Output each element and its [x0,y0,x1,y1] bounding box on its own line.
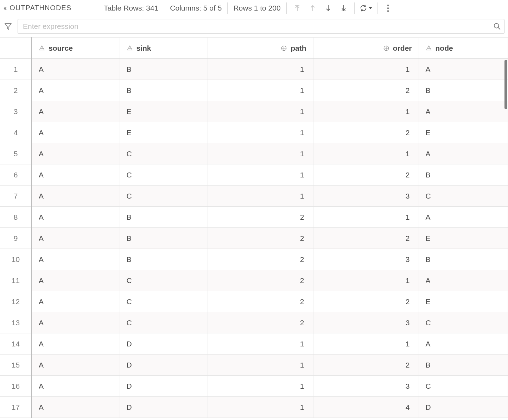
cell-node[interactable]: E [419,122,508,143]
cell-node[interactable]: A [419,101,508,122]
table-row[interactable]: 13AC23C [0,312,508,333]
more-menu-button[interactable]: ⋮ [382,3,394,13]
filter-expression-input[interactable] [18,19,504,34]
cell-sink[interactable]: B [120,59,208,80]
cell-order[interactable]: 3 [313,376,419,397]
go-next-button[interactable] [324,4,332,12]
table-row[interactable]: 12AC22E [0,291,508,312]
table-row[interactable]: 1AB11A [0,59,508,80]
row-number-cell[interactable]: 11 [0,270,32,291]
cell-order[interactable]: 2 [313,291,419,312]
cell-order[interactable]: 1 [313,143,419,164]
cell-order[interactable]: 1 [313,333,419,355]
cell-node[interactable]: E [419,291,508,312]
cell-sink[interactable]: B [120,249,208,270]
vertical-scrollbar-thumb[interactable] [504,60,507,109]
cell-order[interactable]: 2 [313,122,419,143]
cell-path[interactable]: 1 [208,355,313,376]
cell-sink[interactable]: C [120,143,208,164]
cell-node[interactable]: C [419,376,508,397]
cell-source[interactable]: A [32,186,120,207]
row-number-cell[interactable]: 12 [0,291,32,312]
cell-node[interactable]: C [419,312,508,333]
cell-path[interactable]: 2 [208,249,313,270]
row-number-header[interactable] [0,38,32,59]
cell-node[interactable]: A [419,207,508,228]
cell-path[interactable]: 1 [208,376,313,397]
row-number-cell[interactable]: 5 [0,143,32,164]
cell-source[interactable]: A [32,397,120,418]
cell-node[interactable]: A [419,59,508,80]
cell-source[interactable]: A [32,249,120,270]
back-button[interactable]: ‹‹ [3,4,7,12]
cell-source[interactable]: A [32,80,120,101]
cell-path[interactable]: 2 [208,270,313,291]
cell-order[interactable]: 1 [313,59,419,80]
cell-order[interactable]: 2 [313,80,419,101]
table-row[interactable]: 8AB21A [0,207,508,228]
table-row[interactable]: 14AD11A [0,333,508,355]
cell-node[interactable]: C [419,186,508,207]
table-row[interactable]: 10AB23B [0,249,508,270]
cell-source[interactable]: A [32,228,120,249]
cell-sink[interactable]: D [120,355,208,376]
cell-sink[interactable]: C [120,312,208,333]
cell-path[interactable]: 1 [208,186,313,207]
cell-sink[interactable]: B [120,207,208,228]
cell-node[interactable]: B [419,164,508,186]
go-last-button[interactable] [339,4,348,12]
cell-node[interactable]: B [419,355,508,376]
cell-source[interactable]: A [32,270,120,291]
cell-sink[interactable]: B [120,80,208,101]
cell-path[interactable]: 1 [208,143,313,164]
cell-source[interactable]: A [32,101,120,122]
cell-source[interactable]: A [32,333,120,355]
cell-node[interactable]: A [419,270,508,291]
cell-node[interactable]: A [419,143,508,164]
cell-order[interactable]: 4 [313,397,419,418]
cell-node[interactable]: A [419,333,508,355]
cell-order[interactable]: 3 [313,186,419,207]
column-header-order[interactable]: order [313,38,419,59]
table-row[interactable]: 5AC11A [0,143,508,164]
cell-sink[interactable]: E [120,122,208,143]
cell-order[interactable]: 2 [313,164,419,186]
cell-source[interactable]: A [32,312,120,333]
cell-node[interactable]: B [419,249,508,270]
table-row[interactable]: 4AE12E [0,122,508,143]
row-number-cell[interactable]: 17 [0,397,32,418]
column-header-node[interactable]: node [419,38,508,59]
cell-node[interactable]: D [419,397,508,418]
go-first-button[interactable] [293,4,301,12]
cell-sink[interactable]: E [120,101,208,122]
cell-source[interactable]: A [32,122,120,143]
row-number-cell[interactable]: 4 [0,122,32,143]
cell-path[interactable]: 2 [208,291,313,312]
cell-sink[interactable]: D [120,397,208,418]
cell-path[interactable]: 1 [208,80,313,101]
row-number-cell[interactable]: 10 [0,249,32,270]
cell-path[interactable]: 2 [208,228,313,249]
cell-order[interactable]: 3 [313,249,419,270]
cell-path[interactable]: 1 [208,397,313,418]
table-row[interactable]: 3AE11A [0,101,508,122]
cell-order[interactable]: 2 [313,355,419,376]
cell-path[interactable]: 1 [208,333,313,355]
cell-order[interactable]: 2 [313,228,419,249]
cell-source[interactable]: A [32,207,120,228]
cell-source[interactable]: A [32,59,120,80]
cell-path[interactable]: 2 [208,312,313,333]
row-number-cell[interactable]: 8 [0,207,32,228]
table-row[interactable]: 2AB12B [0,80,508,101]
cell-order[interactable]: 1 [313,270,419,291]
row-number-cell[interactable]: 3 [0,101,32,122]
table-row[interactable]: 16AD13C [0,376,508,397]
row-number-cell[interactable]: 15 [0,355,32,376]
cell-order[interactable]: 1 [313,207,419,228]
cell-source[interactable]: A [32,291,120,312]
cell-sink[interactable]: D [120,376,208,397]
table-row[interactable]: 7AC13C [0,186,508,207]
go-prev-button[interactable] [309,4,317,12]
cell-path[interactable]: 2 [208,207,313,228]
cell-path[interactable]: 1 [208,59,313,80]
